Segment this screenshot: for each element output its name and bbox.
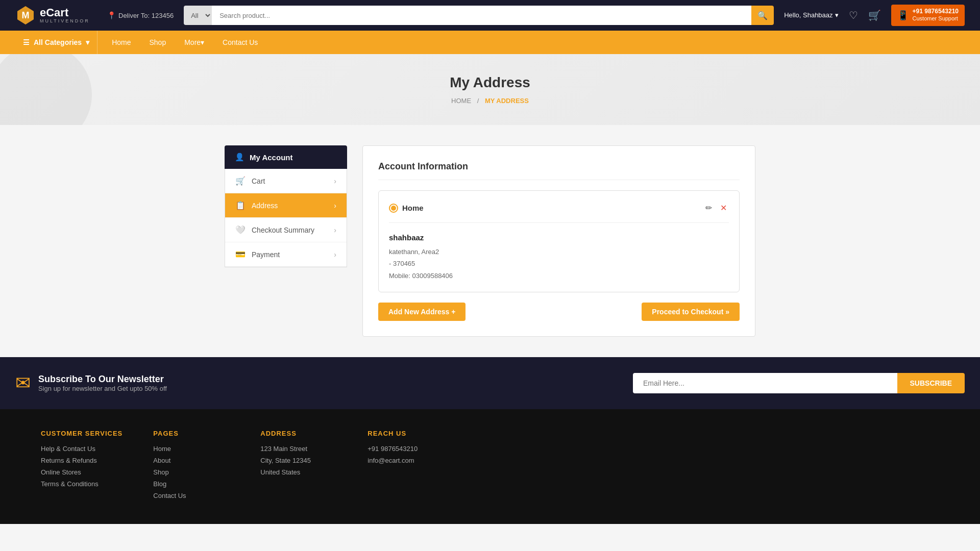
svg-text:M: M	[22, 10, 30, 20]
footer-link[interactable]: Returns & Refunds	[41, 457, 122, 464]
chevron-right-icon: ›	[334, 226, 336, 234]
all-categories-menu[interactable]: ☰ All Categories ▾	[15, 31, 97, 54]
footer-link[interactable]: Shop	[153, 468, 230, 476]
nav-contact[interactable]: Contact Us	[213, 31, 267, 54]
sidebar-item-checkout[interactable]: 🤍 Checkout Summary ›	[225, 218, 347, 242]
add-new-address-button[interactable]: Add New Address +	[378, 303, 465, 321]
search-bar: All 🔍	[184, 6, 774, 25]
footer-address-line: 123 Main Street	[260, 445, 337, 453]
search-icon: 🔍	[757, 11, 768, 20]
cart-menu-icon: 🛒	[235, 176, 246, 186]
footer-link[interactable]: Help & Contact Us	[41, 445, 122, 453]
sidebar-header: 👤 My Account	[225, 145, 347, 169]
payment-menu-icon: 💳	[235, 249, 246, 259]
breadcrumb-home[interactable]: HOME	[451, 97, 471, 105]
breadcrumb-current: MY ADDRESS	[485, 97, 529, 105]
page-title: My Address	[0, 74, 980, 91]
address-name: shahbaaz	[389, 233, 729, 242]
account-actions: Add New Address + Proceed to Checkout »	[378, 303, 740, 321]
chevron-icon: ▾	[86, 38, 89, 46]
newsletter-icon: ✉	[15, 372, 31, 394]
chevron-right-icon: ›	[334, 177, 336, 185]
newsletter-email-input[interactable]	[633, 373, 897, 393]
hero-section: My Address HOME / MY ADDRESS	[0, 54, 980, 125]
delete-address-button[interactable]: ✕	[718, 201, 729, 215]
customer-support: 📱 +91 9876543210 Customer Support	[891, 5, 965, 26]
footer-address-line: United States	[260, 468, 337, 476]
user-icon: 👤	[235, 153, 244, 162]
nav-home[interactable]: Home	[103, 31, 140, 54]
breadcrumb-separator: /	[477, 97, 479, 105]
nav-more[interactable]: More ▾	[175, 31, 213, 54]
chevron-right-icon: ›	[334, 251, 336, 259]
account-content: Account Information Home ✏ ✕ shahbaaz ka…	[362, 145, 755, 337]
logo-text: eCart	[40, 7, 90, 18]
footer-link[interactable]: Contact Us	[153, 492, 230, 499]
hamburger-icon: ☰	[23, 38, 30, 46]
footer-col-customer-services: CUSTOMER SERVICES Help & Contact Us Retu…	[41, 430, 122, 504]
chevron-right-icon: ›	[334, 202, 336, 210]
footer-link[interactable]: About	[153, 457, 230, 464]
address-actions: ✏ ✕	[703, 201, 729, 215]
sidebar: 👤 My Account 🛒 Cart › 📋 Address › �	[225, 145, 347, 337]
address-menu-icon: 📋	[235, 201, 246, 210]
address-divider	[389, 222, 729, 223]
address-card: Home ✏ ✕ shahbaaz katethann, Area2 - 370…	[378, 190, 740, 292]
nav-links: Home Shop More ▾ Contact Us	[103, 31, 267, 54]
footer-link[interactable]: Terms & Conditions	[41, 480, 122, 488]
search-button[interactable]: 🔍	[751, 6, 774, 25]
user-greeting[interactable]: Hello, Shahbaaz ▾	[784, 11, 838, 19]
footer-link[interactable]: Online Stores	[41, 468, 122, 476]
cart-icon[interactable]: 🛒	[868, 9, 881, 21]
sidebar-item-address[interactable]: 📋 Address ›	[225, 193, 347, 218]
header-right: Hello, Shahbaaz ▾ ♡ 🛒 📱 +91 9876543210 C…	[784, 5, 965, 26]
footer-col-address: ADDRESS 123 Main Street City, State 1234…	[260, 430, 337, 504]
address-card-header: Home ✏ ✕	[389, 201, 729, 215]
account-info-title: Account Information	[378, 161, 740, 180]
footer-email: info@ecart.com	[368, 457, 444, 464]
radio-button[interactable]	[389, 204, 398, 213]
proceed-to-checkout-button[interactable]: Proceed to Checkout »	[642, 303, 740, 321]
nav-shop[interactable]: Shop	[140, 31, 176, 54]
deliver-to: 📍 Deliver To: 123456	[107, 11, 174, 19]
footer-link[interactable]: Home	[153, 445, 230, 453]
phone-icon: 📱	[897, 10, 909, 21]
nav-bar: ☰ All Categories ▾ Home Shop More ▾ Cont…	[0, 31, 980, 54]
address-type: Home	[389, 204, 424, 213]
footer: CUSTOMER SERVICES Help & Contact Us Retu…	[0, 409, 980, 524]
header: M eCart MULTIVENDOR 📍 Deliver To: 123456…	[0, 0, 980, 31]
footer-phone: +91 9876543210	[368, 445, 444, 453]
search-category-select[interactable]: All	[184, 6, 212, 25]
newsletter-subtitle: Sign up for newsletter and Get upto 50% …	[38, 385, 167, 392]
checkout-menu-icon: 🤍	[235, 225, 246, 235]
sidebar-item-cart[interactable]: 🛒 Cart ›	[225, 169, 347, 193]
newsletter-form: SUBSCRIBE	[633, 373, 965, 393]
pin-icon: 📍	[107, 11, 116, 19]
footer-col-pages: PAGES Home About Shop Blog Contact Us	[153, 430, 230, 504]
footer-link[interactable]: Blog	[153, 480, 230, 488]
footer-address-line: City, State 12345	[260, 457, 337, 464]
newsletter-section: ✉ Subscribe To Our Newsletter Sign up fo…	[0, 357, 980, 409]
search-input[interactable]	[212, 6, 751, 25]
logo[interactable]: M eCart MULTIVENDOR	[15, 5, 97, 26]
main-content: 👤 My Account 🛒 Cart › 📋 Address › �	[209, 145, 771, 337]
sidebar-item-payment[interactable]: 💳 Payment ›	[225, 242, 347, 267]
sidebar-menu: 🛒 Cart › 📋 Address › 🤍 Checkout Summary …	[225, 169, 347, 267]
breadcrumb: HOME / MY ADDRESS	[0, 97, 980, 105]
footer-col-reach-us: REACH US +91 9876543210 info@ecart.com	[368, 430, 444, 504]
chevron-down-icon: ▾	[835, 11, 839, 19]
newsletter-title: Subscribe To Our Newsletter	[38, 374, 167, 385]
address-detail: katethann, Area2 - 370465 Mobile: 030095…	[389, 246, 729, 282]
edit-address-button[interactable]: ✏	[703, 201, 714, 215]
wishlist-icon[interactable]: ♡	[849, 9, 858, 21]
chevron-down-icon: ▾	[201, 38, 204, 46]
logo-sub: MULTIVENDOR	[40, 18, 90, 23]
subscribe-button[interactable]: SUBSCRIBE	[897, 373, 965, 393]
